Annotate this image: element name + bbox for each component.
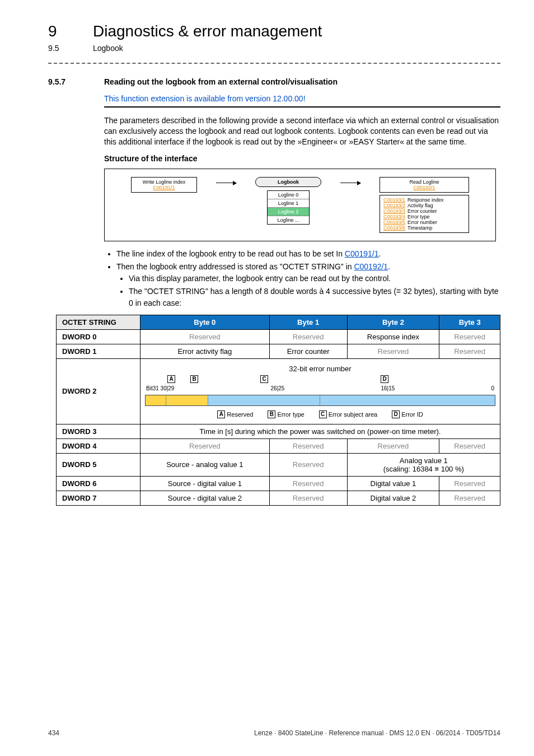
- structure-heading: Structure of the interface: [104, 154, 500, 163]
- list-item-selected: Logline 2: [268, 208, 309, 216]
- logbook-lines: Logline 0 Logline 1 Logline 2 Logline ..…: [267, 190, 310, 225]
- write-logline-label: Write Logline index: [135, 179, 193, 185]
- cell: Analog value 1 (scaling: 16384 ≡ 100 %): [347, 453, 500, 476]
- bit-label: 0: [491, 385, 494, 391]
- cell-text: (scaling: 16384 ≡ 100 %): [352, 465, 495, 473]
- bullet-text: .: [388, 262, 390, 271]
- cell-reserved: Reserved: [347, 438, 439, 453]
- col-header: Byte 1: [269, 315, 347, 329]
- note-divider: [104, 106, 500, 108]
- table-row: DWORD 0 Reserved Reserved Response index…: [57, 329, 500, 344]
- cell: Digital value 2: [347, 491, 439, 505]
- cell-reserved: Reserved: [269, 438, 347, 453]
- list-item: The line index of the logbook entry to b…: [116, 248, 500, 260]
- segment-a-icon: A: [217, 410, 225, 418]
- cell: Error counter: [269, 344, 347, 358]
- subsection-title: Reading out the logbook from an external…: [104, 77, 338, 86]
- table-row: DWORD 3 Time in [s] during which the pow…: [57, 424, 500, 438]
- write-logline-box: Write Logline index C00191/1: [131, 177, 197, 193]
- row-label: DWORD 3: [57, 424, 140, 438]
- read-logline-code[interactable]: C00192/1: [383, 185, 465, 190]
- subsection-number: 9.5.7: [48, 77, 87, 86]
- row-label: DWORD 0: [57, 329, 140, 344]
- cell-reserved: Reserved: [269, 453, 347, 476]
- segment-a-icon: A: [167, 375, 175, 383]
- cell-reserved: Reserved: [439, 344, 500, 358]
- row-label: DWORD 7: [57, 491, 140, 505]
- list-item: Via this display parameter, the logbook …: [129, 273, 500, 284]
- row-label: DWORD 5: [57, 453, 140, 476]
- bit-label: Bit31 30|29: [146, 385, 174, 391]
- write-logline-code[interactable]: C00191/1: [135, 185, 193, 190]
- bit-label: 16|15: [381, 385, 395, 391]
- read-item-desc: Response index: [407, 197, 444, 203]
- read-item-desc: Error counter: [407, 208, 437, 214]
- read-item-desc: Error type: [407, 214, 430, 220]
- segment-d-icon: D: [381, 375, 388, 383]
- row-label: DWORD 6: [57, 476, 140, 491]
- list-item: Then the logbook entry addressed is stor…: [116, 261, 500, 309]
- arrow-icon: [216, 183, 236, 183]
- read-item-desc: Activity flag: [407, 203, 433, 208]
- section-title: Logbook: [93, 44, 123, 53]
- intro-paragraph: The parameters described in the followin…: [104, 115, 500, 147]
- bit-label: 26|25: [271, 385, 285, 391]
- row-label: DWORD 2: [57, 358, 140, 424]
- legend-a: Reserved: [227, 410, 253, 417]
- link-c00192[interactable]: C00192/1: [354, 262, 388, 271]
- cell-reserved: Reserved: [439, 476, 500, 491]
- bullet-text: .: [379, 249, 381, 258]
- section-number: 9.5: [48, 44, 71, 53]
- link-c00191[interactable]: C00191/1: [345, 249, 379, 258]
- read-details-box: C00193/1Response index C00193/2Activity …: [380, 195, 469, 233]
- read-item-code[interactable]: C00193/3: [383, 208, 405, 214]
- legend-c: Error subject area: [329, 410, 377, 417]
- bullet-list: The line index of the logbook entry to b…: [116, 248, 500, 309]
- read-item-desc: Timestamp: [407, 225, 432, 231]
- legend-b: Error type: [277, 410, 304, 417]
- read-item-code[interactable]: C00193/5: [383, 220, 405, 225]
- bit-bar: [145, 395, 495, 406]
- col-header: Byte 2: [347, 315, 439, 329]
- arrow-icon: [340, 183, 360, 183]
- list-item: Logline 0: [268, 191, 309, 199]
- read-item-code[interactable]: C00193/2: [383, 203, 405, 208]
- row-label: DWORD 4: [57, 438, 140, 453]
- list-item: Logline 1: [268, 199, 309, 208]
- bullet-text: Then the logbook entry addressed is stor…: [116, 262, 354, 271]
- cell-reserved: Reserved: [439, 438, 500, 453]
- segment-c-icon: C: [319, 410, 327, 418]
- bullet-text: The line index of the logbook entry to b…: [116, 249, 345, 258]
- chapter-number: 9: [48, 22, 71, 40]
- cell: Error activity flag: [140, 344, 270, 358]
- cell-reserved: Reserved: [140, 438, 270, 453]
- read-logline-box: Read Logline C00192/1: [380, 177, 469, 193]
- row-label: DWORD 1: [57, 344, 140, 358]
- cell: Source - analog value 1: [140, 453, 270, 476]
- table-row: DWORD 6 Source - digital value 1 Reserve…: [57, 476, 500, 491]
- footer-info: Lenze · 8400 StateLine · Reference manua…: [254, 729, 500, 737]
- segment-b-icon: B: [268, 410, 275, 418]
- error-number-caption: 32-bit error number: [289, 365, 351, 373]
- table-header-row: OCTET STRING Byte 0 Byte 1 Byte 2 Byte 3: [57, 315, 500, 329]
- cell: Source - digital value 1: [140, 476, 270, 491]
- list-item: Logline ...: [268, 216, 309, 224]
- table-row: DWORD 5 Source - analog value 1 Reserved…: [57, 453, 500, 476]
- read-item-code[interactable]: C00193/1: [383, 197, 405, 203]
- col-header: Byte 0: [140, 315, 270, 329]
- read-item-desc: Error number: [407, 220, 437, 225]
- table-row: DWORD 7 Source - digital value 2 Reserve…: [57, 491, 500, 505]
- segment-d-icon: D: [392, 410, 400, 418]
- cell-reserved: Reserved: [347, 344, 439, 358]
- read-logline-label: Read Logline: [383, 179, 465, 185]
- segment-c-icon: C: [260, 375, 268, 383]
- cell: Time in [s] during which the power was s…: [140, 424, 500, 438]
- cell-reserved: Reserved: [269, 491, 347, 505]
- divider: [48, 63, 500, 64]
- cell-reserved: Reserved: [439, 491, 500, 505]
- read-item-code[interactable]: C00193/6: [383, 225, 405, 231]
- error-number-cell: 32-bit error number A B C D Bit31 30|29 …: [140, 358, 500, 424]
- table-row: DWORD 4 Reserved Reserved Reserved Reser…: [57, 438, 500, 453]
- read-item-code[interactable]: C00193/4: [383, 214, 405, 220]
- logbook-box: Logbook: [255, 177, 321, 187]
